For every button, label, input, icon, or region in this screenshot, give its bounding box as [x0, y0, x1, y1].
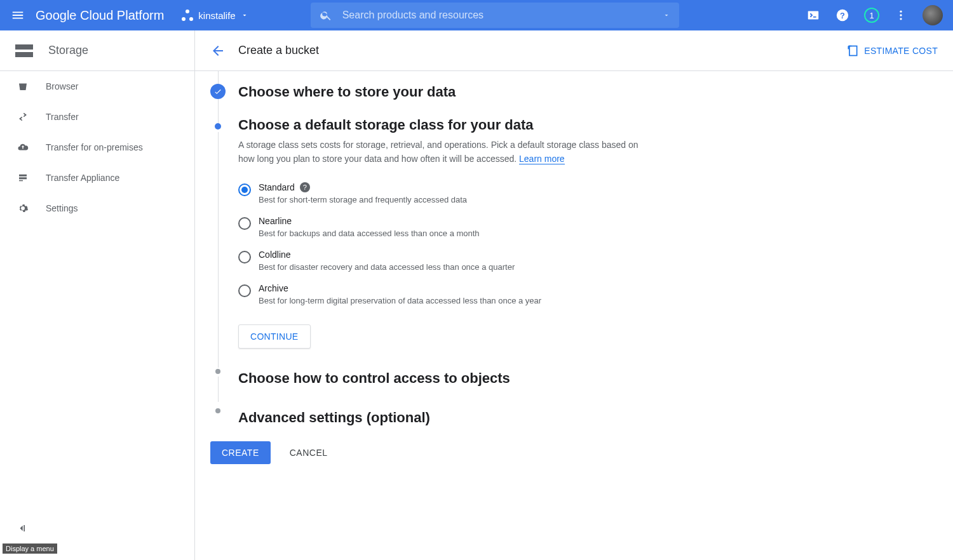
sidebar-item-transfer-onprem[interactable]: Transfer for on-premises	[0, 132, 194, 163]
search-input[interactable]	[342, 10, 652, 21]
project-name: kinstalife	[198, 10, 235, 21]
header-actions: ? 1	[806, 5, 943, 25]
cloud-upload-icon	[15, 140, 30, 155]
page-title: Create a bucket	[238, 44, 319, 57]
step-title: Choose where to store your data	[238, 84, 655, 100]
step-description: A storage class sets costs for storage, …	[238, 138, 655, 166]
learn-more-link[interactable]: Learn more	[519, 154, 565, 164]
storage-icon	[15, 44, 33, 57]
svg-point-5	[900, 18, 902, 20]
pending-marker	[215, 408, 220, 413]
estimate-cost-button[interactable]: ESTIMATE COST	[846, 44, 938, 57]
form-actions: CREATE CANCEL	[210, 441, 655, 464]
radio-icon	[238, 284, 251, 297]
step-location[interactable]: Choose where to store your data	[210, 84, 655, 117]
active-marker	[215, 123, 221, 130]
avatar[interactable]	[923, 5, 943, 25]
option-label: Archive	[259, 283, 288, 293]
option-coldline[interactable]: Coldline Best for disaster recovery and …	[238, 246, 655, 279]
step-title: Choose a default storage class for your …	[238, 117, 655, 133]
sidebar-item-label: Transfer for on-premises	[46, 142, 143, 152]
sidebar: Storage Browser Transfer Transfer for on…	[0, 30, 195, 560]
svg-rect-10	[849, 46, 857, 55]
sidebar-item-appliance[interactable]: Transfer Appliance	[0, 163, 194, 193]
sidebar-item-label: Browser	[46, 81, 78, 91]
svg-point-4	[900, 14, 902, 16]
radio-icon	[238, 217, 251, 230]
free-trial-badge[interactable]: 1	[864, 8, 879, 23]
project-icon	[182, 10, 193, 21]
page-header: Create a bucket ESTIMATE COST	[195, 30, 953, 71]
sidebar-title-label: Storage	[48, 44, 88, 57]
step-name	[210, 71, 655, 84]
gcp-logo[interactable]: Google Cloud Platform	[36, 8, 164, 23]
sidebar-item-label: Transfer	[46, 112, 79, 122]
option-archive[interactable]: Archive Best for long-term digital prese…	[238, 279, 655, 313]
search-box[interactable]	[311, 3, 679, 28]
option-sublabel: Best for backups and data accessed less …	[259, 229, 480, 238]
transfer-icon	[15, 109, 30, 124]
search-icon	[320, 9, 332, 22]
estimate-label: ESTIMATE COST	[864, 46, 938, 56]
svg-rect-6	[19, 175, 27, 177]
chevron-down-icon	[241, 11, 248, 19]
svg-rect-0	[808, 11, 819, 20]
svg-point-3	[900, 11, 902, 13]
cloud-shell-icon[interactable]	[806, 8, 821, 23]
chevron-down-icon[interactable]	[663, 11, 670, 19]
svg-rect-7	[19, 177, 27, 179]
help-icon[interactable]: ?	[300, 182, 310, 192]
project-picker[interactable]: kinstalife	[182, 10, 248, 21]
step-title: Advanced settings (optional)	[238, 410, 655, 426]
create-button[interactable]: CREATE	[210, 441, 271, 464]
option-label: Nearline	[259, 216, 292, 226]
option-standard[interactable]: Standard? Best for short-term storage an…	[238, 178, 655, 212]
help-icon[interactable]: ?	[835, 8, 850, 23]
back-arrow-icon[interactable]	[210, 43, 226, 58]
sidebar-item-label: Transfer Appliance	[46, 173, 119, 183]
svg-text:?: ?	[840, 11, 845, 20]
cancel-button[interactable]: CANCEL	[290, 448, 328, 458]
step-title: Choose how to control access to objects	[238, 370, 655, 387]
sidebar-item-label: Settings	[46, 203, 78, 213]
continue-button[interactable]: CONTINUE	[238, 324, 311, 349]
sidebar-item-transfer[interactable]: Transfer	[0, 102, 194, 132]
collapse-sidebar-icon[interactable]	[15, 522, 28, 535]
radio-icon	[238, 251, 251, 263]
option-label: Standard	[259, 182, 295, 192]
gear-icon	[15, 201, 30, 216]
step-advanced[interactable]: Advanced settings (optional)	[210, 401, 655, 426]
option-sublabel: Best for short-term storage and frequent…	[259, 195, 467, 204]
estimate-icon	[846, 44, 859, 57]
step-access[interactable]: Choose how to control access to objects	[210, 361, 655, 401]
more-menu-icon[interactable]	[893, 8, 909, 23]
sidebar-item-browser[interactable]: Browser	[0, 71, 194, 102]
svg-rect-9	[24, 525, 25, 531]
content: Choose where to store your data Choose a…	[195, 71, 953, 560]
wizard: Choose where to store your data Choose a…	[210, 71, 655, 464]
svg-rect-8	[19, 180, 23, 182]
gcp-header: Google Cloud Platform kinstalife ? 1	[0, 0, 953, 30]
menu-icon[interactable]	[10, 8, 25, 23]
checkmark-icon	[210, 84, 226, 99]
storage-class-options: Standard? Best for short-term storage an…	[238, 178, 655, 313]
radio-icon	[238, 183, 251, 196]
option-label: Coldline	[259, 250, 291, 260]
sidebar-title: Storage	[0, 30, 194, 71]
sidebar-item-settings[interactable]: Settings	[0, 193, 194, 223]
pending-marker	[215, 369, 220, 374]
tooltip: Display a menu	[3, 543, 57, 554]
option-sublabel: Best for disaster recovery and data acce…	[259, 262, 515, 272]
option-nearline[interactable]: Nearline Best for backups and data acces…	[238, 212, 655, 246]
option-sublabel: Best for long-term digital preservation …	[259, 296, 541, 305]
bucket-icon	[15, 79, 30, 94]
step-storage-class: Choose a default storage class for your …	[210, 117, 655, 361]
appliance-icon	[15, 170, 30, 185]
